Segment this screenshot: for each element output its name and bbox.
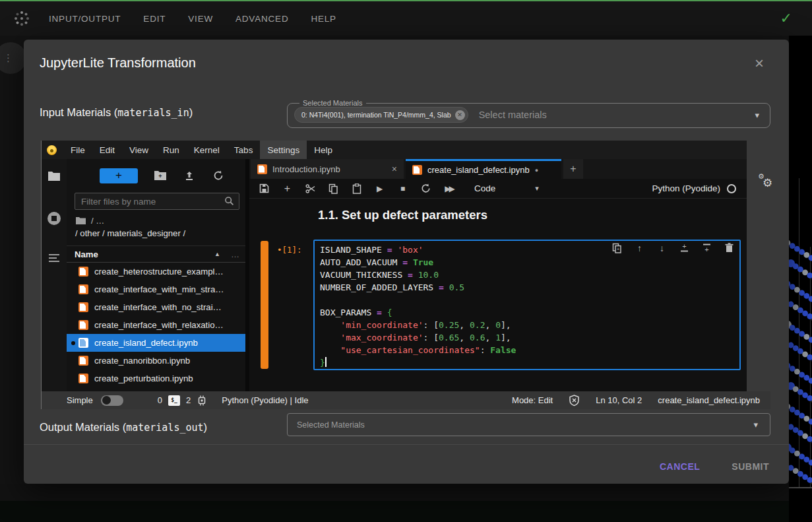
- tab-close-icon[interactable]: ×: [392, 164, 397, 174]
- material-chip[interactable]: 0: N4Ti4(001), termination TiN_P4/mmm_4,…: [294, 107, 468, 123]
- submit-button[interactable]: SUBMIT: [732, 461, 769, 472]
- new-folder-icon[interactable]: +: [154, 169, 167, 182]
- tab-introduction[interactable]: Introduction.ipynb ×: [251, 159, 404, 179]
- run-icon[interactable]: ▶: [374, 183, 385, 194]
- file-list-header[interactable]: Name ▲ …: [67, 245, 245, 263]
- breadcrumb-root[interactable]: / …: [91, 216, 104, 226]
- file-browser-toolbar: + +: [75, 168, 245, 183]
- simple-mode-toggle[interactable]: [101, 395, 123, 406]
- file-row[interactable]: create_heterostructure_exampl…: [67, 263, 245, 280]
- notebook-icon: [78, 302, 88, 312]
- file-row[interactable]: create_interface_with_no_strai…: [67, 298, 245, 316]
- dropdown-arrow-icon[interactable]: ▾: [755, 110, 759, 120]
- stop-icon[interactable]: ■: [397, 183, 408, 194]
- file-row[interactable]: create_interface_with_relaxatio…: [67, 316, 245, 334]
- terminals-count: 0: [158, 395, 162, 405]
- menu-help[interactable]: HELP: [311, 14, 336, 24]
- file-browser-panel: + +: [67, 159, 249, 391]
- jmenu-settings[interactable]: Settings: [260, 141, 307, 159]
- refresh-icon[interactable]: [212, 169, 225, 182]
- jmenu-file[interactable]: File: [63, 141, 92, 159]
- filter-files-field: [75, 193, 239, 210]
- cell-type-select[interactable]: Code: [474, 183, 495, 193]
- background-lower: [0, 484, 789, 501]
- jmenu-tabs[interactable]: Tabs: [227, 141, 261, 159]
- cell-collapser[interactable]: [261, 241, 268, 369]
- dropdown-arrow-icon: ▾: [753, 420, 758, 430]
- add-tab-button[interactable]: +: [563, 159, 583, 179]
- jmenu-run[interactable]: Run: [156, 141, 187, 159]
- insert-cell-below-icon[interactable]: +: [701, 242, 712, 253]
- file-row[interactable]: create_nanoribbon.ipynb: [67, 352, 245, 370]
- tab-create-island-defect[interactable]: create_island_defect.ipynb ●: [406, 159, 561, 179]
- dialog-title: JupyterLite Transformation: [40, 55, 196, 71]
- notebook-toolbar: + ▶ ■: [249, 179, 747, 199]
- jmenu-edit[interactable]: Edit: [92, 141, 122, 159]
- background-fab-button[interactable]: ⋮: [0, 42, 26, 74]
- app-menubar: INPUT/OUTPUT EDIT VIEW ADVANCED HELP ✓: [0, 1, 812, 36]
- output-materials-select[interactable]: Selected Materials ▾: [287, 413, 770, 436]
- insert-cell-icon[interactable]: +: [282, 183, 293, 194]
- crystal-structure-preview: [789, 36, 812, 522]
- chip-remove-icon[interactable]: ✕: [455, 110, 465, 120]
- file-row[interactable]: create_interface_with_min_stra…: [67, 280, 245, 298]
- jmenu-kernel[interactable]: Kernel: [187, 141, 227, 159]
- chevron-down-icon[interactable]: ▾: [535, 184, 539, 193]
- new-launcher-button[interactable]: +: [100, 168, 138, 183]
- name-column-header[interactable]: Name: [75, 249, 98, 259]
- breadcrumb-path[interactable]: / other / materials_designer /: [75, 228, 245, 238]
- cancel-button[interactable]: CANCEL: [660, 461, 700, 472]
- close-icon[interactable]: ×: [755, 55, 764, 71]
- running-kernels-icon[interactable]: [46, 211, 62, 226]
- file-row[interactable]: create_island_defect.ipynb: [67, 334, 245, 352]
- menu-view[interactable]: VIEW: [188, 14, 213, 24]
- table-of-contents-icon[interactable]: [46, 250, 62, 266]
- insert-cell-above-icon[interactable]: +: [679, 242, 690, 253]
- upload-icon[interactable]: [183, 169, 196, 182]
- filter-files-input[interactable]: [75, 193, 239, 210]
- home-folder-icon[interactable]: [75, 216, 86, 225]
- materials-out-code: materials_out: [126, 422, 203, 434]
- copy-icon[interactable]: [328, 183, 339, 194]
- svg-text:+: +: [704, 245, 708, 253]
- input-materials-label: Input Materials (materials_in): [40, 106, 193, 119]
- delete-cell-icon[interactable]: [724, 242, 735, 253]
- jupyterlite-transformation-dialog: × JupyterLite Transformation Input Mater…: [24, 40, 789, 484]
- kernel-name[interactable]: Python (Pyodide): [652, 183, 720, 193]
- file-row[interactable]: create_perturbation.ipynb: [67, 370, 245, 387]
- cut-icon[interactable]: [305, 183, 316, 194]
- app-logo-icon: [13, 10, 30, 27]
- move-cell-up-icon[interactable]: ↑: [634, 242, 645, 253]
- svg-text:+: +: [682, 243, 686, 250]
- code-editor[interactable]: ISLAND_SHAPE = 'box'AUTO_ADD_VACUUM = Tr…: [313, 240, 741, 370]
- notebook-icon: [257, 164, 267, 174]
- restart-run-all-icon[interactable]: ▶▶: [443, 183, 454, 194]
- jupyterlite-logo-icon: [47, 145, 57, 155]
- menu-input-output[interactable]: INPUT/OUTPUT: [49, 14, 121, 24]
- paste-icon[interactable]: [351, 183, 362, 194]
- notebook-icon: [78, 374, 88, 383]
- menu-edit[interactable]: EDIT: [143, 14, 166, 24]
- dialog-actions: CANCEL SUBMIT: [660, 461, 769, 472]
- file-browser-icon[interactable]: [46, 168, 62, 184]
- notebook-icon: [78, 267, 88, 277]
- jmenu-view[interactable]: View: [122, 141, 156, 159]
- materials-in-code: materials_in: [117, 107, 189, 119]
- mode-indicator[interactable]: Mode: Edit: [512, 395, 553, 405]
- save-icon[interactable]: [259, 183, 270, 194]
- cursor-position[interactable]: Ln 10, Col 2: [596, 395, 642, 405]
- kernel-status-text[interactable]: Python (Pyodide) | Idle: [222, 395, 308, 405]
- selected-materials-legend: Selected Materials: [299, 99, 366, 107]
- duplicate-cell-icon[interactable]: +: [611, 242, 623, 253]
- restart-kernel-icon[interactable]: [420, 183, 431, 194]
- kernel-status-icon[interactable]: [727, 184, 736, 193]
- jmenu-help[interactable]: Help: [307, 141, 340, 159]
- column-menu-icon[interactable]: …: [231, 249, 240, 259]
- settings-gears-icon[interactable]: ⚙⚙: [758, 174, 775, 191]
- session-counts[interactable]: 0 $_ 2: [158, 395, 207, 406]
- notebook-main-area: Introduction.ipynb × create_island_defec…: [249, 159, 747, 391]
- viewer-baseline: [789, 487, 812, 488]
- move-cell-down-icon[interactable]: ↓: [656, 242, 668, 253]
- menu-advanced[interactable]: ADVANCED: [235, 14, 288, 24]
- selected-materials-input[interactable]: Selected Materials 0: N4Ti4(001), termin…: [287, 99, 770, 128]
